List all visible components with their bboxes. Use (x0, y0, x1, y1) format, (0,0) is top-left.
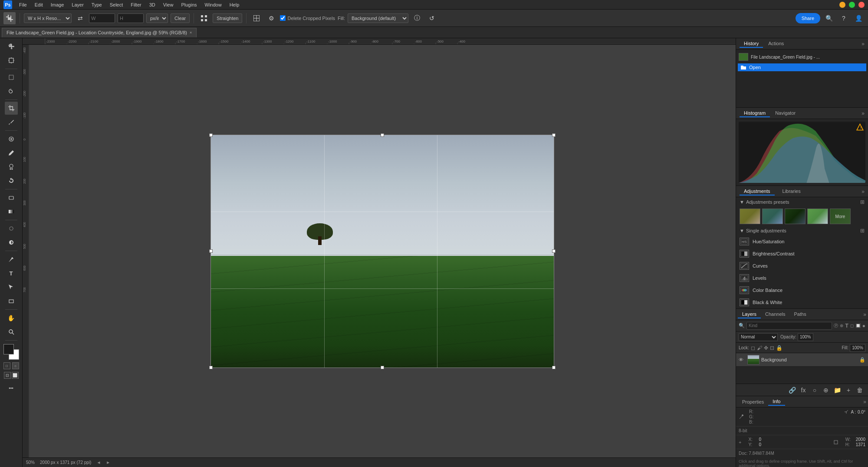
mask-btn[interactable]: ○ (12, 362, 19, 369)
adjustments-tab[interactable]: Adjustments (740, 188, 775, 195)
blend-mode-select[interactable]: Normal (739, 333, 778, 341)
menu-type[interactable]: Type (88, 1, 105, 8)
adj-bw[interactable]: Black & White (736, 296, 868, 308)
adj-collapse-btn[interactable]: » (861, 189, 865, 195)
canvas-viewport[interactable] (29, 45, 736, 457)
filter-type-btn[interactable]: Ⓟ (834, 323, 838, 329)
layer-visibility-icon[interactable]: 👁 (739, 357, 746, 362)
link-layers-btn[interactable]: 🔗 (787, 385, 797, 395)
fg-color-swatch[interactable] (3, 344, 14, 354)
user-btn[interactable]: 👤 (852, 12, 865, 24)
menu-plugins[interactable]: Plugins (178, 1, 200, 8)
menu-3d[interactable]: 3D (146, 1, 159, 8)
menu-select[interactable]: Select (106, 1, 127, 8)
menu-file[interactable]: File (16, 1, 30, 8)
adj-curves[interactable]: Curves (736, 260, 868, 272)
adj-color-balance[interactable]: Color Balance (736, 284, 868, 296)
lock-artboard-btn[interactable]: ⊡ (770, 345, 774, 351)
histogram-collapse-btn[interactable]: » (861, 110, 865, 116)
overlay-btn[interactable] (250, 12, 263, 24)
reset-btn[interactable]: ↺ (426, 12, 438, 24)
tool-text[interactable]: T (5, 267, 18, 280)
filter-text-btn[interactable]: T (845, 323, 848, 329)
fill-input[interactable] (850, 344, 865, 352)
straighten-btn[interactable]: Straighten (213, 13, 242, 23)
mask-quick[interactable]: □ (3, 362, 10, 369)
delete-cropped-checkbox[interactable] (280, 15, 286, 21)
filter-toggle-btn[interactable]: ● (862, 323, 865, 329)
tool-rect-select[interactable] (5, 71, 18, 84)
crop-tool-btn[interactable] (3, 12, 16, 24)
zoom-status[interactable]: 50% (26, 460, 35, 465)
add-adjustment-btn[interactable]: ⊕ (821, 385, 831, 395)
adj-preset-warm[interactable] (740, 209, 760, 224)
lock-paint-btn[interactable]: 🖌 (757, 345, 762, 351)
document-tab[interactable]: File Landscape_Green Field.jpg - Locatio… (2, 28, 197, 37)
delete-cropped-label[interactable]: Delete Cropped Pixels (280, 15, 335, 21)
window-close[interactable] (858, 2, 865, 8)
properties-tab[interactable]: Properties (738, 398, 768, 405)
adj-brightness-contrast[interactable]: Brightness/Contrast (736, 248, 868, 260)
grid-btn[interactable] (198, 12, 210, 24)
swap-wh-btn[interactable]: ⇄ (74, 12, 86, 24)
info-tab[interactable]: Info (768, 398, 785, 406)
adj-hue-saturation[interactable]: H/S Hue/Saturation (736, 235, 868, 248)
height-input[interactable] (118, 13, 144, 23)
new-group-btn[interactable]: 📁 (832, 385, 842, 395)
tool-shape[interactable] (5, 295, 18, 308)
histogram-tab[interactable]: Histogram (740, 109, 770, 117)
tool-hand[interactable]: ✋ (5, 311, 18, 325)
doc-tab-close[interactable]: × (190, 30, 192, 35)
width-input[interactable] (89, 13, 115, 23)
history-tab[interactable]: History (740, 40, 763, 48)
tool-path-select[interactable] (5, 281, 18, 294)
adj-presets-grid-btn[interactable]: ⊞ (860, 199, 865, 205)
adj-preset-more[interactable]: More (830, 209, 851, 224)
info-btn[interactable]: ⓘ (411, 12, 423, 24)
menu-layer[interactable]: Layer (68, 1, 87, 8)
menu-window[interactable]: Window (201, 1, 225, 8)
navigator-tab[interactable]: Navigator (771, 109, 800, 117)
tool-clone-stamp[interactable] (5, 160, 18, 173)
screen-mode-full[interactable]: ⬜ (12, 372, 19, 379)
single-adj-arrow[interactable]: ▼ (740, 228, 744, 233)
search-btn[interactable]: 🔍 (823, 12, 835, 24)
unit-select[interactable]: px/in (146, 13, 168, 23)
history-collapse-btn[interactable]: » (861, 41, 865, 47)
add-style-btn[interactable]: fx (799, 385, 808, 395)
share-btn[interactable]: Share (796, 13, 820, 23)
paths-tab[interactable]: Paths (790, 311, 811, 318)
layers-collapse-btn[interactable]: » (863, 311, 866, 318)
window-maximize[interactable] (849, 2, 855, 8)
tool-heal[interactable] (5, 132, 18, 146)
tool-move[interactable] (5, 40, 18, 53)
add-mask-btn[interactable]: ○ (810, 385, 819, 395)
tool-blur[interactable] (5, 222, 18, 235)
lock-all-btn[interactable]: 🔒 (776, 345, 783, 351)
delete-layer-btn[interactable]: 🗑 (855, 385, 865, 395)
status-arrow-right[interactable]: ► (106, 460, 110, 465)
info-collapse-btn[interactable]: » (863, 399, 866, 405)
color-picker[interactable] (3, 344, 19, 360)
tool-eraser[interactable] (5, 191, 18, 204)
tool-gradient[interactable] (5, 205, 18, 218)
actions-tab[interactable]: Actions (764, 40, 788, 48)
filter-shape-btn[interactable]: ◻ (850, 323, 854, 328)
tool-dodge[interactable] (5, 236, 18, 249)
more-tools-btn[interactable]: ••• (5, 381, 18, 394)
opacity-input[interactable] (798, 333, 813, 341)
fill-select[interactable]: Background (default) (348, 13, 408, 23)
adj-presets-arrow[interactable]: ▼ (740, 199, 744, 205)
menu-edit[interactable]: Edit (31, 1, 46, 8)
menu-help[interactable]: Help (226, 1, 243, 8)
tool-lasso[interactable] (5, 85, 18, 98)
tool-zoom[interactable] (5, 325, 18, 338)
tool-brush[interactable] (5, 146, 18, 159)
menu-filter[interactable]: Filter (127, 1, 145, 8)
channels-tab[interactable]: Channels (761, 311, 789, 318)
filter-smart-btn[interactable]: 🔲 (855, 323, 861, 328)
status-arrow-left[interactable]: ◄ (96, 460, 101, 465)
adj-levels[interactable]: Levels (736, 272, 868, 284)
lock-pixels-btn[interactable]: ◻ (751, 345, 755, 351)
layers-tab[interactable]: Layers (738, 311, 761, 318)
